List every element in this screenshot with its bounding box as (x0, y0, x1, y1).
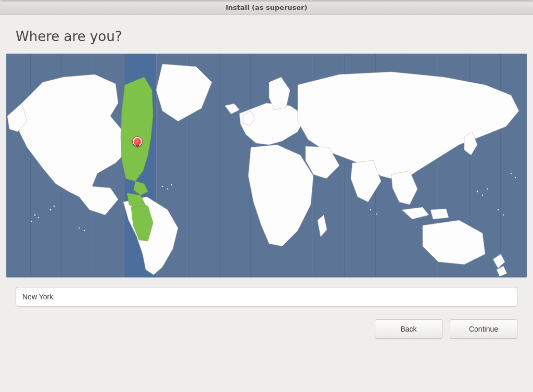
svg-point-4 (54, 206, 55, 207)
svg-point-17 (370, 209, 371, 210)
svg-point-11 (482, 195, 483, 196)
window-title: Install (as superuser) (226, 4, 308, 11)
svg-point-12 (487, 188, 488, 189)
svg-point-15 (511, 173, 512, 174)
window-titlebar: Install (as superuser) (0, 0, 533, 15)
svg-point-14 (503, 214, 504, 216)
svg-point-3 (50, 209, 52, 211)
world-map-svg (6, 54, 527, 277)
svg-point-8 (167, 188, 168, 189)
page-heading: Where are you? (16, 29, 533, 44)
timezone-input[interactable] (16, 287, 517, 307)
svg-point-0 (34, 214, 36, 216)
svg-point-2 (31, 221, 32, 222)
svg-point-5 (79, 227, 80, 229)
svg-point-6 (84, 230, 85, 231)
svg-point-10 (477, 191, 478, 193)
location-pin-icon (133, 137, 142, 146)
svg-point-9 (171, 184, 172, 185)
svg-point-13 (498, 209, 499, 210)
timezone-map[interactable] (6, 54, 527, 277)
svg-point-16 (515, 177, 516, 178)
back-button[interactable]: Back (375, 319, 442, 339)
svg-point-1 (38, 217, 39, 218)
svg-point-7 (162, 186, 163, 187)
svg-point-18 (376, 213, 377, 214)
continue-button[interactable]: Continue (450, 319, 517, 339)
